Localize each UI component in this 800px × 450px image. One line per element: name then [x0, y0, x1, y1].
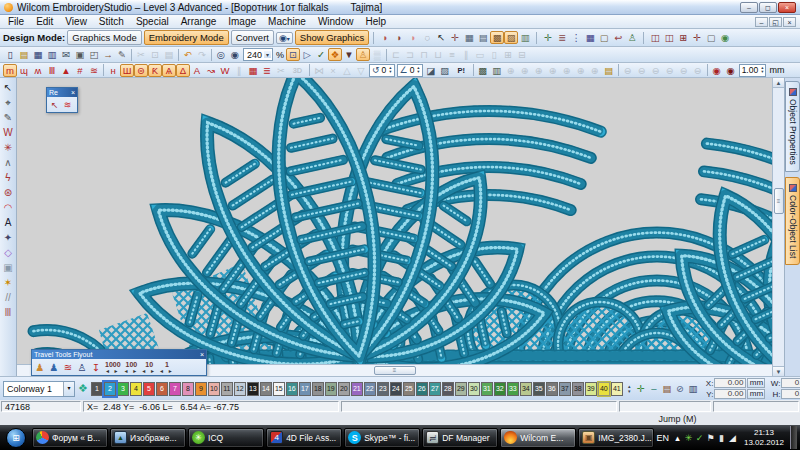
colorway-swatch-28[interactable]: 28 — [442, 382, 454, 396]
layers-tool[interactable]: ▣ — [1, 260, 16, 275]
icq-tray-icon[interactable]: ✳ — [683, 432, 694, 443]
lettering-w-tool[interactable]: W — [1, 125, 16, 140]
cycle-colors-icon[interactable]: ❖ — [77, 382, 89, 395]
hatch-tool[interactable]: // — [1, 290, 16, 305]
menu-view[interactable]: View — [59, 16, 93, 27]
vscroll-down-icon[interactable]: ▼ — [773, 366, 784, 376]
branch-b-icon[interactable]: ▥ — [490, 64, 504, 77]
save-design-icon[interactable]: ▦ — [31, 48, 45, 61]
colorway-swatch-30[interactable]: 30 — [468, 382, 480, 396]
stitch-edit-icon[interactable]: ≋ — [61, 98, 74, 111]
travel-step-100[interactable]: 100◂ ▸ — [125, 361, 139, 374]
skew-spinner[interactable]: ∠0▴▾ — [397, 64, 423, 77]
palette-scroll-spinner[interactable]: ▴▾ — [626, 384, 633, 394]
pen-tool[interactable]: ✎ — [1, 110, 16, 125]
input-a-icon[interactable]: ʜ — [106, 64, 120, 77]
colorway-swatch-17[interactable]: 17 — [299, 382, 311, 396]
reshape-flyout-close-icon[interactable]: × — [68, 89, 75, 97]
motif-run-icon[interactable]: W — [218, 64, 232, 77]
colorway-swatch-15[interactable]: 15 — [273, 382, 285, 396]
email-icon[interactable]: ✉ — [59, 48, 73, 61]
zoom-level-combo[interactable]: 240▾ — [243, 48, 273, 61]
input-c-icon[interactable]: ⊜ — [134, 64, 148, 77]
colorway-select[interactable]: Colorway 1▾ — [3, 381, 75, 397]
lettering-a-tool[interactable]: A — [1, 215, 16, 230]
colorway-swatch-10[interactable]: 10 — [208, 382, 220, 396]
menu-machine[interactable]: Machine — [262, 16, 312, 27]
vscroll-thumb[interactable]: ≡ — [774, 188, 784, 214]
colorway-swatch-21[interactable]: 21 — [351, 382, 363, 396]
travel-step-1000[interactable]: 1000◂ ▸ — [105, 361, 121, 374]
hide-color-icon[interactable]: – — [647, 382, 660, 395]
back-arrow-icon[interactable]: ↩ — [611, 31, 625, 44]
overview-window-icon[interactable]: ⊡ — [286, 48, 300, 61]
grid-ref-icon[interactable]: ▦ — [583, 31, 597, 44]
show-functions-icon[interactable]: ✓ — [314, 48, 328, 61]
menu-image[interactable]: Image — [222, 16, 262, 27]
colorway-swatch-4[interactable]: 4 — [130, 382, 142, 396]
hscroll-thumb[interactable]: ≡ — [374, 366, 416, 375]
rotate-spinner[interactable]: ↺0▴▾ — [369, 64, 395, 77]
travel-flyout-close-icon[interactable]: × — [197, 351, 204, 359]
vscroll-up-icon[interactable]: ▲ — [773, 78, 784, 88]
zoom-in-icon[interactable]: ◉ — [228, 48, 242, 61]
embroidery-mode-button[interactable]: Embroidery Mode — [144, 30, 229, 45]
taskbar-clock[interactable]: 21:1313.02.2012 — [741, 428, 787, 448]
x-field[interactable]: 0.00 — [714, 378, 746, 388]
e-stitch-icon[interactable]: ɰ — [17, 64, 31, 77]
penetrations-icon[interactable]: P! — [452, 64, 471, 77]
arc-tool[interactable]: ◠ — [1, 200, 16, 215]
bitmap-2-icon[interactable]: ▨ — [504, 31, 518, 44]
reshape-arrow-icon[interactable]: ↖ — [48, 98, 61, 111]
design-canvas[interactable]: ≡ Re× ↖≋ Travel Tools Flyout× ♟♟≋♙↧1000◂… — [17, 78, 772, 376]
machine-format-dropdown[interactable]: ◉▾ — [276, 32, 293, 44]
figures-tool[interactable]: ✦ — [1, 230, 16, 245]
vertical-scrollbar[interactable]: ▲ ≡ ▼ — [772, 78, 784, 376]
hoop-1-icon[interactable]: ◫ — [648, 31, 662, 44]
tray-expand-icon[interactable]: ▴ — [672, 432, 683, 443]
open-design-icon[interactable]: ▤ — [17, 48, 31, 61]
travel-step-1[interactable]: 1◂ ▸ — [160, 361, 174, 374]
polyline-node-tool[interactable]: ϟ — [1, 170, 16, 185]
package-icon[interactable]: ▢ — [597, 31, 611, 44]
colorway-swatch-36[interactable]: 36 — [546, 382, 558, 396]
align-center-icon[interactable]: ✛ — [541, 31, 555, 44]
thread-chart-icon[interactable]: ▤ — [660, 382, 673, 395]
pin-icon[interactable]: ✛ — [448, 31, 462, 44]
colorway-swatch-32[interactable]: 32 — [494, 382, 506, 396]
maximize-button[interactable]: ◻ — [759, 2, 777, 13]
open-arrow-tool[interactable]: ∧ — [1, 155, 16, 170]
slow-redraw-icon[interactable]: ▷ — [300, 48, 314, 61]
hoop-5-icon[interactable]: ▢ — [704, 31, 718, 44]
pointer-icon[interactable]: ↖ — [434, 31, 448, 44]
colorway-swatch-11[interactable]: 11 — [221, 382, 233, 396]
tatami-stitch-icon[interactable]: Ⅲ — [45, 64, 59, 77]
zigzag-stitch-icon[interactable]: ʍ — [31, 64, 45, 77]
menu-file[interactable]: File — [2, 16, 30, 27]
colorway-swatch-12[interactable]: 12 — [234, 382, 246, 396]
print-icon[interactable]: ▣ — [73, 48, 87, 61]
menu-special[interactable]: Special — [130, 16, 175, 27]
sequence-icon[interactable]: ▨ — [438, 64, 452, 77]
select-tool[interactable]: ↖ — [1, 80, 16, 95]
shield-icon[interactable]: ✓ — [694, 432, 705, 443]
colorway-swatch-20[interactable]: 20 — [338, 382, 350, 396]
pen-notes-icon[interactable]: ✎ — [115, 48, 129, 61]
close-button[interactable]: × — [778, 2, 796, 13]
branch-a-icon[interactable]: ▩ — [476, 64, 490, 77]
show-desktop-button[interactable] — [790, 426, 797, 449]
undo-icon[interactable]: ↶ — [181, 48, 195, 61]
colorway-swatch-31[interactable]: 31 — [481, 382, 493, 396]
colorway-swatch-3[interactable]: 3 — [117, 382, 129, 396]
bitmap-3-icon[interactable]: ▥ — [518, 31, 532, 44]
colorway-swatch-13[interactable]: 13 — [247, 382, 259, 396]
export-icon[interactable]: → — [101, 48, 115, 61]
colorway-swatch-22[interactable]: 22 — [364, 382, 376, 396]
tatami-fill-icon[interactable]: ◗ — [392, 31, 406, 44]
taskbar-button-skype[interactable]: SSkype™ - fi... — [344, 428, 420, 448]
fancy-fill-icon[interactable]: ▲ — [59, 64, 73, 77]
colorway-swatch-34[interactable]: 34 — [520, 382, 532, 396]
motif-fill-icon[interactable]: ◗ — [406, 31, 420, 44]
run-stitch-icon[interactable]: ↝ — [204, 64, 218, 77]
colorway-swatch-23[interactable]: 23 — [377, 382, 389, 396]
